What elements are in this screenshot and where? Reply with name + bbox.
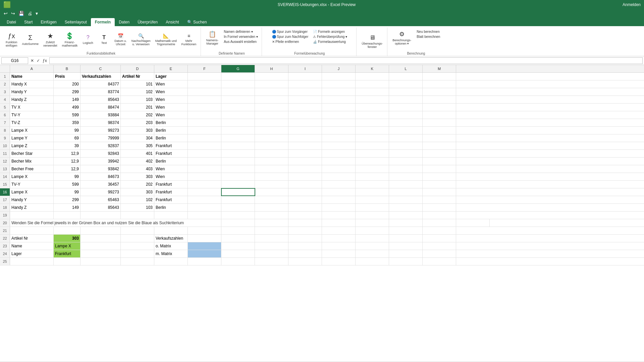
cell-C24[interactable] [80,250,121,257]
pfeile-entfernen-btn[interactable]: ✕ Pfeile entfernen [271,40,310,44]
cell-D17[interactable]: 102 [121,196,154,203]
cell-D15[interactable]: 202 [121,181,154,188]
cell-G24[interactable] [221,250,255,257]
cell-F16[interactable] [188,188,221,196]
cell-H19[interactable] [255,212,288,219]
cell-F3[interactable] [188,88,221,96]
cell-I12[interactable] [288,158,322,165]
row-header-24[interactable]: 24 [0,250,10,257]
cell-M13[interactable] [423,165,456,173]
cell-J5[interactable] [322,104,356,111]
cell-G14[interactable] [221,173,255,180]
col-header-M[interactable]: M [423,65,456,72]
cell-D25[interactable] [121,258,154,265]
cell-G12[interactable] [221,158,255,165]
cell-H22[interactable] [255,235,288,242]
cell-J14[interactable] [322,173,356,180]
cell-M7[interactable] [423,119,456,126]
cell-I15[interactable] [288,181,322,188]
cell-D22[interactable] [121,235,154,242]
row-header-19[interactable]: 19 [0,212,10,219]
cell-J2[interactable] [322,80,356,88]
col-header-A[interactable]: A [10,65,54,72]
row-header-2[interactable]: 2 [0,80,10,88]
aus-auswahl-btn[interactable]: Aus Auswahl erstellen [223,40,259,44]
cell-G16[interactable] [221,188,255,196]
cell-D5[interactable]: 201 [121,104,154,111]
cell-F25[interactable] [188,258,221,265]
cell-M23[interactable] [423,242,456,250]
cell-D13[interactable]: 403 [121,165,154,173]
cell-K22[interactable] [356,235,389,242]
row-header-4[interactable]: 4 [0,96,10,103]
cell-A2[interactable]: Handy X [10,80,54,88]
cell-D24[interactable] [121,250,154,257]
cell-L8[interactable] [389,127,423,134]
cell-C22[interactable] [80,235,121,242]
cell-L4[interactable] [389,96,423,103]
cell-F14[interactable] [188,173,221,180]
cell-A5[interactable]: TV X [10,104,54,111]
cell-I3[interactable] [288,88,322,96]
cell-B14[interactable]: 99 [54,173,80,180]
cell-M1[interactable] [423,73,456,80]
cell-B18[interactable]: 149 [54,204,80,211]
cell-A4[interactable]: Handy Z [10,96,54,103]
cell-B7[interactable]: 359 [54,119,80,126]
cell-H9[interactable] [255,134,288,142]
cell-G17[interactable] [221,196,255,203]
cell-D4[interactable]: 103 [121,96,154,103]
cell-C8[interactable]: 99273 [80,127,121,134]
cell-F10[interactable] [188,142,221,149]
datum-uhrzeit-btn[interactable]: 📅 Datum u.Uhrzeit [113,32,128,47]
cell-M6[interactable] [423,111,456,119]
col-header-H[interactable]: H [255,65,288,72]
cell-F20[interactable] [221,219,255,227]
cell-K18[interactable] [356,204,389,211]
cell-M11[interactable] [423,150,456,157]
cell-L9[interactable] [389,134,423,142]
cell-E19[interactable] [154,212,188,219]
cell-M10[interactable] [423,142,456,149]
cell-A21[interactable] [10,227,54,234]
cell-L22[interactable] [389,235,423,242]
col-header-B[interactable]: B [54,65,80,72]
cell-M25[interactable] [423,258,456,265]
col-header-K[interactable]: K [356,65,389,72]
cell-I16[interactable] [288,188,322,196]
cell-E2[interactable]: Wien [154,80,188,88]
cell-A22[interactable]: Artikel Nr [10,235,54,242]
cell-H13[interactable] [255,165,288,173]
cell-E13[interactable]: Wien [154,165,188,173]
cell-G8[interactable] [221,127,255,134]
cell-D14[interactable]: 303 [121,173,154,180]
cell-B23[interactable]: Lampe X [54,242,80,250]
cell-J9[interactable] [322,134,356,142]
row-header-22[interactable]: 22 [0,235,10,242]
cell-C14[interactable]: 84673 [80,173,121,180]
cell-A9[interactable]: Lampe Y [10,134,54,142]
row-header-14[interactable]: 14 [0,173,10,180]
cell-L7[interactable] [389,119,423,126]
row-header-1[interactable]: 1 [0,73,10,80]
finanzmathematik-btn[interactable]: 💲 Finanz-mathematik [60,31,79,48]
cell-J17[interactable] [322,196,356,203]
cell-A24[interactable]: Lager [10,250,54,257]
col-header-F[interactable]: F [188,65,221,72]
cell-J20[interactable] [356,219,389,227]
cell-L6[interactable] [389,111,423,119]
cell-J13[interactable] [322,165,356,173]
cell-E1[interactable]: Lager [154,73,188,80]
cell-F15[interactable] [188,181,221,188]
row-header-10[interactable]: 10 [0,142,10,149]
cell-H20[interactable] [288,219,322,227]
cell-I2[interactable] [288,80,322,88]
row-header-16[interactable]: 16 [0,188,10,196]
cell-I19[interactable] [288,212,322,219]
cell-F8[interactable] [188,127,221,134]
cell-I25[interactable] [288,258,322,265]
cell-B9[interactable]: 69 [54,134,80,142]
col-header-E[interactable]: E [154,65,188,72]
cell-M3[interactable] [423,88,456,96]
cell-F11[interactable] [188,150,221,157]
